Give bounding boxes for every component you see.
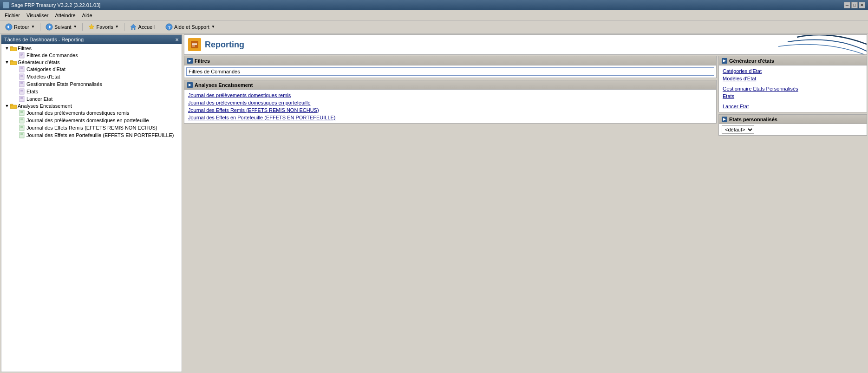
main-container: Tâches de Dashboards - Reporting ✕ ▼ Fil… bbox=[0, 33, 868, 373]
expand-filtres: ▼ bbox=[4, 46, 10, 51]
tree-item-filtres[interactable]: ▼ Filtres bbox=[2, 45, 181, 52]
tree-item-filtres-commandes[interactable]: Filtres de Commandes bbox=[2, 52, 181, 59]
suivant-button[interactable]: Suivant ▼ bbox=[42, 22, 80, 32]
generateur-link-6[interactable]: Lancer Etat bbox=[721, 103, 865, 110]
tree-item-journal-effets-remis[interactable]: Journal des Effets Remis (EFFETS REMIS N… bbox=[2, 124, 181, 131]
page-header: Reporting bbox=[184, 34, 867, 55]
expand-analyses: ▼ bbox=[4, 103, 10, 109]
svg-rect-32 bbox=[10, 104, 13, 105]
menu-bar: Fichier Visualiser Atteindre Aide bbox=[0, 10, 868, 20]
analyses-link-3[interactable]: Journal des Effets en Portefeuille (EFFE… bbox=[186, 114, 714, 121]
accueil-button[interactable]: Accueil bbox=[126, 22, 158, 32]
filtres-panel-header: Filtres bbox=[184, 56, 716, 65]
page-title: Reporting bbox=[205, 40, 244, 50]
favoris-button[interactable]: Favoris ▼ bbox=[85, 22, 122, 32]
tree: ▼ Filtres Filtres de Commandes ▼ Génér bbox=[1, 44, 182, 372]
tree-item-journal-effets-port[interactable]: Journal des Effets en Portefeuille (EFFE… bbox=[2, 131, 181, 139]
favoris-arrow: ▼ bbox=[115, 25, 119, 29]
app-icon bbox=[3, 2, 9, 8]
tree-label: Filtres de Commandes bbox=[26, 52, 78, 58]
left-panel-header: Tâches de Dashboards - Reporting ✕ bbox=[1, 35, 182, 44]
tree-label: Générateur d'états bbox=[18, 59, 60, 65]
generateur-panel-content: Catégories d'Etat Modèles d'Etat Gestion… bbox=[719, 65, 867, 112]
generateur-panel-header: Générateur d'états bbox=[719, 56, 867, 65]
svg-rect-25 bbox=[20, 89, 24, 94]
svg-rect-19 bbox=[20, 74, 24, 79]
tree-item-lancer[interactable]: Lancer Etat bbox=[2, 95, 181, 103]
filtres-panel-title: Filtres bbox=[195, 58, 210, 64]
analyses-panel-header: Analyses Encaissement bbox=[184, 80, 716, 90]
generateur-link-0[interactable]: Catégories d'Etat bbox=[721, 67, 865, 75]
leaf-icon bbox=[19, 88, 26, 95]
analyses-link-1[interactable]: Journal des prélèvements domestiques en … bbox=[186, 99, 714, 106]
favoris-icon bbox=[88, 23, 95, 31]
analyses-panel: Analyses Encaissement Journal des prélèv… bbox=[184, 80, 717, 124]
generateur-panel: Générateur d'états Catégories d'Etat Mod… bbox=[718, 56, 867, 112]
maximize-button[interactable]: □ bbox=[851, 2, 858, 8]
tree-label: Modèles d'Etat bbox=[26, 74, 60, 79]
tree-item-categories[interactable]: Catégories d'Etat bbox=[2, 65, 181, 73]
minimize-button[interactable]: ─ bbox=[844, 2, 850, 8]
retour-icon bbox=[5, 23, 13, 31]
analyses-panel-content: Journal des prélèvements domestiques rem… bbox=[184, 90, 716, 123]
leaf-icon bbox=[19, 73, 26, 80]
folder-icon bbox=[10, 46, 17, 51]
etats-panel-icon bbox=[722, 117, 727, 122]
tree-item-gestionnaire[interactable]: Gestionnaire Etats Personnalisés bbox=[2, 80, 181, 88]
aide-arrow: ▼ bbox=[211, 25, 215, 29]
leaf-icon bbox=[19, 117, 26, 124]
svg-text:?: ? bbox=[168, 25, 171, 30]
generateur-link-3[interactable]: Gestionnaire Etats Personnalisés bbox=[721, 85, 865, 92]
close-button[interactable]: ✕ bbox=[859, 2, 865, 8]
menu-atteindre[interactable]: Atteindre bbox=[52, 12, 78, 19]
etats-panel-title: Etats personnalisés bbox=[729, 117, 777, 122]
accueil-icon bbox=[130, 23, 137, 31]
retour-arrow: ▼ bbox=[31, 25, 35, 29]
filtres-panel-content bbox=[184, 65, 716, 78]
window-controls: ─ □ ✕ bbox=[844, 2, 865, 8]
left-panel-close-button[interactable]: ✕ bbox=[175, 37, 179, 42]
tree-label: Gestionnaire Etats Personnalisés bbox=[26, 81, 102, 87]
etats-panel: Etats personnalisés <défaut> bbox=[718, 114, 867, 136]
svg-rect-36 bbox=[20, 118, 24, 123]
tree-label: Journal des prélèvements domestiques rem… bbox=[26, 110, 129, 116]
menu-visualiser[interactable]: Visualiser bbox=[24, 12, 52, 19]
analyses-link-0[interactable]: Journal des prélèvements domestiques rem… bbox=[186, 92, 714, 99]
suivant-icon bbox=[46, 23, 53, 31]
tree-label: Analyses Encaissement bbox=[18, 103, 72, 109]
generateur-link-4[interactable]: Etats bbox=[721, 92, 865, 100]
svg-rect-42 bbox=[20, 132, 24, 138]
title-bar: Sage FRP Treasury V3.2.2 [3.22.01.03] ─ … bbox=[0, 0, 868, 10]
tree-item-modeles[interactable]: Modèles d'Etat bbox=[2, 73, 181, 80]
etats-dropdown-row: <défaut> bbox=[719, 124, 867, 135]
tree-label: Journal des Effets en Portefeuille (EFFE… bbox=[26, 132, 174, 138]
generateur-link-1[interactable]: Modèles d'Etat bbox=[721, 75, 865, 82]
tree-item-etats[interactable]: Etats bbox=[2, 88, 181, 95]
filtres-input[interactable] bbox=[186, 67, 714, 76]
svg-rect-22 bbox=[20, 81, 24, 87]
analyses-panel-title: Analyses Encaissement bbox=[195, 82, 253, 88]
tree-item-journal-port[interactable]: Journal des prélèvements domestiques en … bbox=[2, 117, 181, 124]
content-area: Filtres Analyses Encaissement bbox=[184, 56, 867, 372]
leaf-icon bbox=[19, 66, 26, 72]
retour-button[interactable]: Retour ▼ bbox=[2, 22, 38, 32]
svg-marker-51 bbox=[723, 59, 726, 62]
aide-button[interactable]: ? Aide et Support ▼ bbox=[162, 22, 218, 32]
tree-item-journal-dom[interactable]: Journal des prélèvements domestiques rem… bbox=[2, 109, 181, 117]
title-bar-text: Sage FRP Treasury V3.2.2 [3.22.01.03] bbox=[11, 2, 100, 8]
leaf-icon bbox=[19, 96, 26, 102]
generateur-panel-icon bbox=[722, 58, 727, 64]
menu-fichier[interactable]: Fichier bbox=[2, 12, 23, 19]
menu-aide[interactable]: Aide bbox=[79, 12, 95, 19]
content-left: Filtres Analyses Encaissement bbox=[184, 56, 717, 372]
svg-rect-33 bbox=[20, 110, 24, 116]
tree-item-analyses[interactable]: ▼ Analyses Encaissement bbox=[2, 103, 181, 109]
right-content: Reporting Filtres bbox=[183, 33, 868, 373]
analyses-link-2[interactable]: Journal des Effets Remis (EFFETS REMIS N… bbox=[186, 106, 714, 114]
tree-item-generateur[interactable]: ▼ Générateur d'états bbox=[2, 59, 181, 65]
etats-panel-header: Etats personnalisés bbox=[719, 115, 867, 124]
etats-dropdown[interactable]: <défaut> bbox=[722, 125, 754, 134]
suivant-arrow: ▼ bbox=[73, 25, 77, 29]
toolbar: Retour ▼ Suivant ▼ Favoris ▼ Accueil ? A… bbox=[0, 20, 868, 33]
svg-marker-50 bbox=[189, 84, 191, 86]
